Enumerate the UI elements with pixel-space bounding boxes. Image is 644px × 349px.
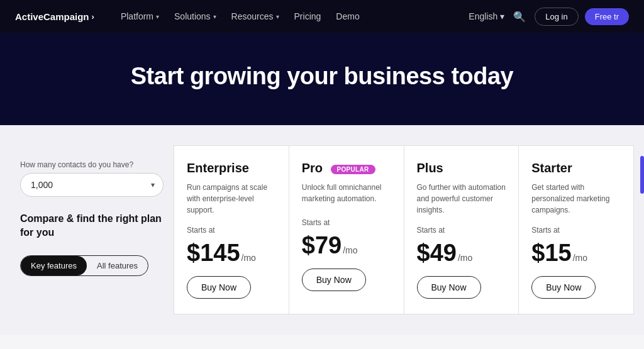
navbar: ActiveCampaign › Platform ▾ Solutions ▾ …	[0, 0, 644, 33]
price-row: $49 /mo	[417, 241, 506, 265]
plan-description: Unlock full omnichannel marketing automa…	[302, 182, 391, 208]
contacts-label: How many contacts do you have?	[20, 160, 164, 169]
price-period: /mo	[242, 253, 256, 263]
plan-plus: Plus Go further with automation and powe…	[404, 145, 519, 314]
chevron-down-icon: ▾	[213, 13, 216, 20]
contacts-select[interactable]: 1,000 2,500 5,000 10,000 25,000	[20, 173, 164, 197]
plan-starter: Starter Get started with personalized ma…	[518, 145, 634, 314]
login-button[interactable]: Log in	[535, 8, 578, 26]
chevron-down-icon: ▾	[276, 13, 279, 20]
nav-demo[interactable]: Demo	[330, 8, 365, 25]
plan-name: Pro	[302, 161, 323, 175]
buy-now-button[interactable]: Buy Now	[302, 269, 366, 291]
buy-now-button[interactable]: Buy Now	[187, 276, 251, 299]
plan-name-row: Enterprise	[187, 161, 276, 175]
starts-at-label: Starts at	[187, 226, 276, 235]
all-features-button[interactable]: All features	[87, 256, 148, 275]
buy-now-button[interactable]: Buy Now	[417, 276, 481, 299]
language-selector[interactable]: English ▾	[469, 11, 504, 21]
contacts-select-wrapper: 1,000 2,500 5,000 10,000 25,000 ▾	[20, 173, 164, 197]
plan-name-row: Starter	[531, 161, 621, 175]
left-panel: How many contacts do you have? 1,000 2,5…	[10, 145, 174, 314]
popular-badge: Popular	[331, 165, 375, 174]
plan-description: Run campaigns at scale with enterprise-l…	[187, 182, 276, 216]
price-value: $145	[187, 241, 240, 265]
hero-heading: Start growing your business today	[15, 63, 629, 90]
plans-wrapper: Enterprise Run campaigns at scale with e…	[174, 145, 634, 314]
nav-platform[interactable]: Platform ▾	[114, 8, 165, 25]
price-row: $79 /mo	[302, 233, 391, 257]
price-period: /mo	[458, 253, 472, 263]
starts-at-label: Starts at	[417, 226, 506, 235]
hero-section: Start growing your business today	[0, 33, 644, 125]
plan-name: Enterprise	[187, 161, 249, 175]
nav-resources[interactable]: Resources ▾	[225, 8, 286, 25]
price-value: $15	[531, 241, 571, 265]
key-features-button[interactable]: Key features	[21, 256, 87, 275]
contacts-selector: How many contacts do you have? 1,000 2,5…	[20, 160, 164, 197]
price-period: /mo	[343, 245, 357, 255]
nav-right: English ▾ 🔍 Log in Free tr	[469, 8, 629, 26]
plan-name: Plus	[417, 161, 443, 175]
nav-pricing[interactable]: Pricing	[288, 8, 328, 25]
plan-description: Go further with automation and powerful …	[417, 182, 506, 216]
free-trial-button[interactable]: Free tr	[585, 8, 629, 25]
search-button[interactable]: 🔍	[511, 8, 528, 25]
plan-description: Get started with personalized marketing …	[531, 182, 621, 216]
compare-section: Compare & find the right plan for you	[20, 212, 164, 240]
starts-at-label: Starts at	[531, 226, 621, 235]
buy-now-button[interactable]: Buy Now	[531, 276, 596, 299]
pricing-section: How many contacts do you have? 1,000 2,5…	[0, 125, 644, 335]
price-row: $145 /mo	[187, 241, 276, 265]
starts-at-label: Starts at	[302, 218, 391, 227]
chevron-down-icon: ▾	[500, 11, 504, 21]
nav-links: Platform ▾ Solutions ▾ Resources ▾ Prici…	[114, 8, 464, 25]
chevron-down-icon: ▾	[156, 13, 159, 20]
plan-name-row: Plus	[417, 161, 506, 175]
feature-toggle: Key features All features	[20, 255, 148, 276]
logo-chevron-icon: ›	[92, 12, 94, 21]
plan-name: Starter	[531, 161, 572, 175]
compare-title: Compare & find the right plan for you	[20, 212, 164, 240]
plan-name-row: Pro Popular	[302, 161, 391, 175]
plan-pro: Pro Popular Unlock full omnichannel mark…	[289, 145, 404, 314]
scroll-indicator	[640, 156, 644, 194]
price-value: $79	[302, 233, 341, 257]
logo[interactable]: ActiveCampaign ›	[15, 11, 94, 22]
logo-text: ActiveCampaign	[15, 11, 89, 22]
price-row: $15 /mo	[531, 241, 621, 265]
price-period: /mo	[573, 253, 587, 263]
price-value: $49	[417, 241, 457, 265]
plan-enterprise: Enterprise Run campaigns at scale with e…	[174, 145, 289, 314]
nav-solutions[interactable]: Solutions ▾	[168, 8, 223, 25]
